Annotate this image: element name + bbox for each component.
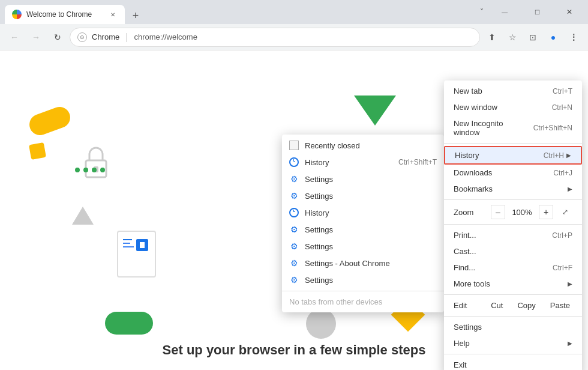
zoom-in-button[interactable]: + bbox=[539, 205, 553, 219]
main-content: Set up your browser in a few simple step… bbox=[0, 50, 588, 370]
downloads-item[interactable]: Downloads Ctrl+J bbox=[444, 165, 582, 181]
settings-label-1: Settings bbox=[305, 192, 437, 201]
clock-icon bbox=[289, 157, 299, 167]
bookmarks-item[interactable]: Bookmarks ▶ bbox=[444, 181, 582, 197]
history-menu-divider bbox=[282, 291, 444, 291]
new-tab-label: New tab bbox=[454, 86, 543, 96]
history-label-1: History bbox=[305, 208, 437, 217]
tab-area: Welcome to Chrome ✕ + bbox=[5, 0, 480, 24]
address-bar[interactable]: ⊙ Chrome | chrome://welcome bbox=[70, 28, 480, 47]
history-item-0[interactable]: History Ctrl+Shift+T bbox=[282, 154, 444, 171]
help-item[interactable]: Help ▶ bbox=[444, 335, 582, 351]
more-tools-item[interactable]: More tools ▶ bbox=[444, 276, 582, 292]
print-shortcut: Ctrl+P bbox=[552, 231, 572, 240]
recently-closed-item[interactable]: Recently closed bbox=[282, 137, 444, 154]
tab-title: Welcome to Chrome bbox=[26, 10, 108, 19]
downloads-shortcut: Ctrl+J bbox=[553, 169, 572, 177]
history-shortcut-0: Ctrl+Shift+T bbox=[398, 158, 437, 166]
history-submenu: Recently closed History Ctrl+Shift+T ⚙ S… bbox=[282, 135, 444, 312]
find-label: Find... bbox=[454, 263, 543, 272]
zoom-controls: – 100% + ⤢ bbox=[491, 205, 572, 219]
settings-about-item[interactable]: ⚙ Settings - About Chrome bbox=[282, 255, 444, 271]
help-label: Help bbox=[454, 339, 565, 348]
tab-close-button[interactable]: ✕ bbox=[108, 10, 118, 19]
incognito-label: New Incognito window bbox=[454, 119, 524, 137]
history-item[interactable]: History Ctrl+H ▶ bbox=[444, 146, 582, 165]
new-tab-button[interactable]: + bbox=[127, 7, 144, 24]
gear-icon-5: ⚙ bbox=[289, 275, 299, 285]
top-divider bbox=[444, 143, 582, 144]
profile-icon[interactable]: ● bbox=[544, 28, 563, 47]
settings-item-2[interactable]: ⚙ Settings bbox=[282, 221, 444, 238]
zoom-label: Zoom bbox=[454, 208, 491, 217]
reload-button[interactable]: ↻ bbox=[48, 28, 67, 47]
history-menu-label: History bbox=[455, 151, 534, 160]
zoom-divider bbox=[444, 224, 582, 225]
history-menu-shortcut: Ctrl+H bbox=[544, 151, 564, 160]
edit-row: Edit Cut Copy Paste bbox=[444, 297, 582, 314]
no-other-devices: No tabs from other devices bbox=[282, 294, 444, 310]
settings-label-3: Settings bbox=[305, 242, 437, 251]
cut-button[interactable]: Cut bbox=[484, 299, 510, 312]
settings-item-3[interactable]: ⚙ Settings bbox=[282, 238, 444, 255]
window-controls: ˅ — ☐ ✕ bbox=[480, 2, 583, 22]
menu-overlay: Recently closed History Ctrl+Shift+T ⚙ S… bbox=[0, 50, 588, 370]
settings-item[interactable]: Settings bbox=[444, 319, 582, 335]
new-tab-shortcut: Ctrl+T bbox=[553, 87, 572, 96]
gear-icon-1: ⚙ bbox=[289, 191, 299, 201]
address-separator: | bbox=[125, 32, 128, 43]
site-info-icon[interactable]: ⊙ bbox=[77, 32, 87, 42]
fullscreen-icon[interactable]: ⤢ bbox=[558, 205, 572, 219]
paste-button[interactable]: Paste bbox=[543, 299, 577, 312]
close-button[interactable]: ✕ bbox=[556, 2, 583, 22]
zoom-out-button[interactable]: – bbox=[491, 205, 505, 219]
history-arrow-icon: ▶ bbox=[566, 152, 571, 159]
edit-divider bbox=[444, 294, 582, 295]
back-button[interactable]: ← bbox=[5, 28, 24, 47]
clock-icon-1 bbox=[289, 208, 299, 217]
minimize-button[interactable]: — bbox=[491, 2, 518, 22]
more-tools-label: More tools bbox=[454, 279, 565, 288]
forward-button[interactable]: → bbox=[26, 28, 46, 47]
zoom-value: 100% bbox=[510, 208, 534, 217]
chevron-down-icon[interactable]: ˅ bbox=[480, 8, 484, 16]
downloads-label: Downloads bbox=[454, 168, 544, 177]
tab-favicon bbox=[12, 10, 22, 19]
maximize-button[interactable]: ☐ bbox=[523, 2, 551, 22]
cast-label: Cast... bbox=[454, 247, 572, 256]
find-item[interactable]: Find... Ctrl+F bbox=[444, 259, 582, 276]
mid-divider bbox=[444, 199, 582, 200]
new-tab-item[interactable]: New tab Ctrl+T bbox=[444, 83, 582, 99]
copy-button[interactable]: Copy bbox=[510, 299, 542, 312]
no-devices-label: No tabs from other devices bbox=[289, 297, 382, 306]
bookmark-icon[interactable]: ☆ bbox=[503, 28, 522, 47]
more-tools-arrow-icon: ▶ bbox=[568, 281, 572, 287]
help-arrow-icon: ▶ bbox=[568, 340, 572, 347]
menu-icon[interactable]: ⋮ bbox=[564, 28, 583, 47]
settings-item-1[interactable]: ⚙ Settings bbox=[282, 187, 444, 204]
settings-menu-label: Settings bbox=[454, 323, 572, 332]
gear-icon-2: ⚙ bbox=[289, 225, 299, 234]
incognito-item[interactable]: New Incognito window Ctrl+Shift+N bbox=[444, 115, 582, 141]
print-item[interactable]: Print... Ctrl+P bbox=[444, 227, 582, 243]
new-window-item[interactable]: New window Ctrl+N bbox=[444, 99, 582, 115]
settings-item-4[interactable]: ⚙ Settings bbox=[282, 271, 444, 288]
bookmarks-label: Bookmarks bbox=[454, 184, 565, 193]
bookmarks-arrow-icon: ▶ bbox=[568, 186, 572, 192]
recently-closed-label: Recently closed bbox=[305, 141, 437, 150]
exit-item[interactable]: Exit bbox=[444, 357, 582, 370]
settings-label-2: Settings bbox=[305, 225, 437, 234]
settings-about-label: Settings - About Chrome bbox=[305, 259, 437, 268]
settings-item-0[interactable]: ⚙ Settings bbox=[282, 171, 444, 187]
edit-label: Edit bbox=[449, 301, 484, 310]
toolbar-actions: ⬆ ☆ ⊡ ● ⋮ bbox=[482, 28, 583, 47]
active-tab[interactable]: Welcome to Chrome ✕ bbox=[5, 5, 125, 24]
cast-item[interactable]: Cast... bbox=[444, 243, 582, 259]
gear-icon-0: ⚙ bbox=[289, 174, 299, 184]
main-context-menu: New tab Ctrl+T New window Ctrl+N New Inc… bbox=[444, 80, 582, 370]
print-label: Print... bbox=[454, 231, 542, 240]
share-icon[interactable]: ⬆ bbox=[482, 28, 502, 47]
exit-divider bbox=[444, 354, 582, 354]
tab-search-icon[interactable]: ⊡ bbox=[523, 28, 542, 47]
history-item-1[interactable]: History bbox=[282, 204, 444, 221]
